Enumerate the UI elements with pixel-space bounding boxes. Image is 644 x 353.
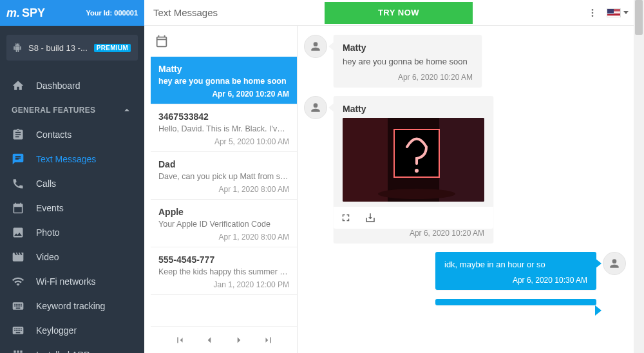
nav-section-general[interactable]: GENERAL FEATURES	[0, 98, 144, 122]
device-selector[interactable]: S8 - build 13 -... PREMIUM	[6, 35, 138, 61]
message-body: hey are you gonna be home soon	[343, 57, 473, 66]
message-thread-panel: Matty hey are you gonna be home soon Apr…	[298, 26, 644, 353]
nav-wifi[interactable]: Wi-Fi networks	[0, 269, 144, 294]
nav-label: Wi-Fi networks	[36, 276, 96, 287]
conversation-name: Apple	[158, 207, 289, 217]
wifi-icon	[12, 275, 24, 288]
prev-page-icon[interactable]	[204, 334, 215, 346]
avatar	[603, 252, 626, 275]
mms-image[interactable]	[343, 118, 484, 202]
nav-keylogger[interactable]: Keylogger	[0, 318, 144, 343]
device-label: S8 - build 13 -...	[28, 43, 88, 53]
nav-label: Calls	[36, 178, 56, 189]
conversation-item[interactable]: 555-4545-777Keep the kids happy this sum…	[151, 247, 297, 295]
message-timestamp: Apr 6, 2020 10:30 AM	[444, 276, 587, 285]
conversation-time: Apr 1, 2020 8:00 AM	[158, 233, 289, 242]
main: Text Messages TRY NOW Mattyhey are you g…	[144, 0, 644, 353]
conversation-name: Dad	[158, 159, 289, 169]
nav-label: Dashboard	[36, 81, 80, 91]
language-selector[interactable]	[607, 8, 629, 17]
nav-label: Contacts	[36, 129, 71, 140]
next-page-icon[interactable]	[233, 334, 245, 346]
kebab-menu-icon[interactable]	[587, 8, 598, 18]
nav-text-messages[interactable]: Text Messages	[0, 147, 144, 171]
person-icon	[309, 101, 322, 114]
mms-actions	[334, 207, 493, 229]
message-row-incoming: Matty hey are you gonna be home soon Apr…	[304, 35, 626, 87]
nav-keyword-tracking[interactable]: Keyword tracking	[0, 294, 144, 318]
us-flag-icon	[607, 8, 621, 17]
image-icon	[12, 226, 24, 239]
nav-label: Keyword tracking	[36, 301, 105, 311]
message-sender: Matty	[343, 104, 484, 114]
conversation-preview: hey are you gonna be home soon	[158, 77, 289, 86]
calendar-icon	[12, 202, 24, 215]
conversation-preview: Your Apple ID Verification Code	[158, 220, 289, 229]
nav-events[interactable]: Events	[0, 196, 144, 220]
message-row-outgoing	[304, 299, 626, 305]
nav-label: Photo	[36, 227, 60, 238]
conversation-preview: Keep the kids happy this summer with ...	[158, 267, 289, 276]
home-icon	[12, 79, 24, 92]
nav-label: Keylogger	[36, 325, 77, 336]
nav-installed-apps[interactable]: Installed APPs	[0, 343, 144, 353]
video-icon	[12, 251, 24, 263]
avatar	[304, 96, 327, 119]
conversation-name: Matty	[158, 64, 289, 74]
nav-label: Video	[36, 252, 59, 262]
svg-point-1	[592, 12, 594, 14]
nav-video[interactable]: Video	[0, 245, 144, 269]
scrollbar-track[interactable]	[634, 0, 644, 353]
conversation-item[interactable]: Mattyhey are you gonna be home soonApr 6…	[151, 57, 297, 104]
pager	[151, 326, 297, 353]
conversation-name: 3467533842	[158, 111, 289, 122]
conversation-time: Apr 5, 2020 10:00 AM	[158, 137, 289, 146]
phone-icon	[12, 177, 24, 190]
calendar-filter[interactable]	[151, 26, 297, 57]
svg-rect-4	[343, 118, 388, 202]
try-now-button[interactable]: TRY NOW	[325, 2, 473, 24]
page-title: Text Messages	[144, 7, 325, 18]
fullscreen-icon[interactable]	[340, 212, 352, 224]
svg-point-8	[378, 189, 455, 199]
sidebar: m.SPY Your Id: 000001 S8 - build 13 -...…	[0, 0, 144, 353]
nav-photo[interactable]: Photo	[0, 220, 144, 245]
conversation-item[interactable]: AppleYour Apple ID Verification CodeApr …	[151, 200, 297, 247]
message-bubble	[435, 299, 596, 305]
nav-contacts[interactable]: Contacts	[0, 122, 144, 147]
premium-badge: PREMIUM	[94, 44, 131, 52]
conversation-list-panel: Mattyhey are you gonna be home soonApr 6…	[151, 26, 298, 353]
conversation-preview: Dave, can you pick up Matt from schoo...	[158, 172, 289, 181]
chevron-down-icon	[623, 11, 629, 14]
nav-calls[interactable]: Calls	[0, 171, 144, 196]
svg-point-7	[415, 169, 419, 173]
section-label: GENERAL FEATURES	[12, 106, 95, 115]
conversation-item[interactable]: 3467533842Hello, David. This is Mr. Blac…	[151, 104, 297, 152]
message-body: idk, maybe in an hour or so	[444, 260, 587, 269]
svg-point-2	[592, 15, 594, 17]
nav-label: Text Messages	[36, 154, 96, 164]
keyboard-icon	[12, 324, 24, 337]
keyboard-icon	[12, 300, 24, 312]
message-bubble: Matty	[334, 96, 493, 243]
conversation-item[interactable]: DadDave, can you pick up Matt from schoo…	[151, 152, 297, 200]
scrollbar-thumb[interactable]	[635, 0, 643, 35]
chat-icon	[12, 153, 24, 166]
conversation-list: Mattyhey are you gonna be home soonApr 6…	[151, 57, 297, 322]
message-row-incoming: Matty	[304, 96, 626, 243]
message-bubble: idk, maybe in an hour or so Apr 6, 2020 …	[435, 252, 596, 290]
nav-label: Events	[36, 203, 64, 213]
message-bubble: Matty hey are you gonna be home soon Apr…	[334, 35, 482, 87]
conversation-time: Apr 6, 2020 10:20 AM	[158, 90, 289, 99]
apps-icon	[12, 348, 24, 353]
conversation-name: 555-4545-777	[158, 254, 289, 265]
conversation-preview: Hello, David. This is Mr. Black. I've no…	[158, 124, 289, 133]
chevron-up-icon	[121, 104, 133, 116]
last-page-icon[interactable]	[263, 334, 274, 346]
download-icon[interactable]	[365, 212, 376, 224]
first-page-icon[interactable]	[174, 334, 185, 346]
message-row-outgoing: idk, maybe in an hour or so Apr 6, 2020 …	[304, 252, 626, 290]
nav-dashboard[interactable]: Dashboard	[0, 73, 144, 98]
avatar	[304, 35, 327, 58]
svg-rect-5	[439, 118, 484, 202]
